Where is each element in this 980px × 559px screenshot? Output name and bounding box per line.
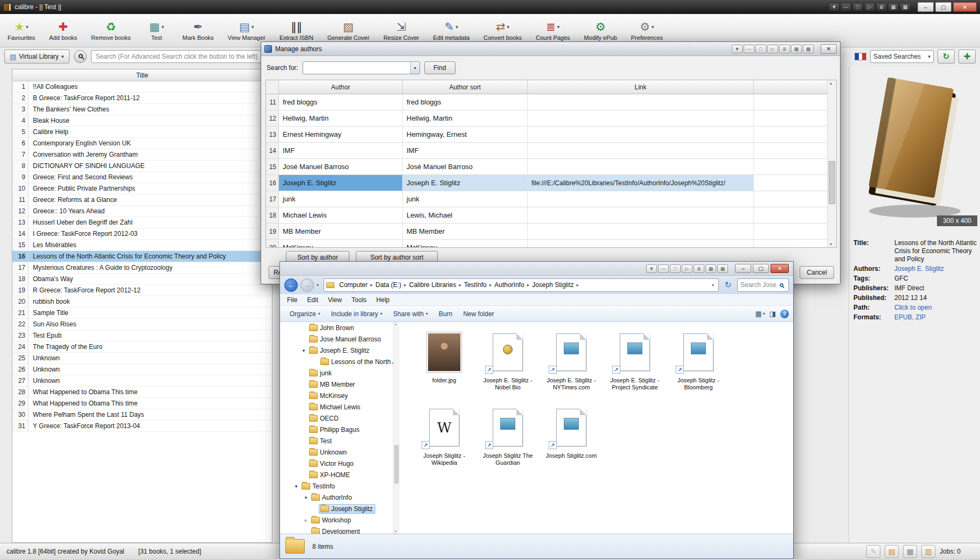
scrollbar-thumb[interactable] (394, 445, 399, 484)
chevron-down-icon[interactable]: ▾ (410, 62, 419, 74)
author-link-cell[interactable] (528, 110, 754, 126)
author-cell[interactable]: MB Member (279, 223, 403, 239)
tree-expander-icon[interactable]: ▾ (302, 495, 310, 500)
menu-item[interactable]: Edit (302, 296, 323, 304)
explorer-maximize-button[interactable]: ▢ (753, 264, 769, 273)
book-row[interactable]: 13 Husserl Ueber den Begriff der Zahl (12, 217, 272, 228)
book-row[interactable]: 23 Test Epub (12, 330, 272, 341)
book-row[interactable]: 21 Sample Title (12, 308, 272, 319)
titlebar-tool-button[interactable]: — (658, 264, 669, 273)
author-row[interactable]: 18 Michael Lewis Lewis, Michael (266, 207, 836, 223)
minimize-button[interactable]: – (918, 2, 934, 12)
help-button[interactable]: ? (780, 310, 789, 318)
menu-item[interactable]: Help (372, 296, 395, 304)
book-row[interactable]: 26 Unknown (12, 364, 272, 375)
virtual-library-button[interactable]: ▤ Virtual Library (4, 50, 69, 64)
titlebar-tool-button[interactable]: ▩ (803, 45, 814, 53)
author-link-cell[interactable] (528, 94, 754, 110)
tree-expander-icon[interactable]: ▾ (300, 348, 307, 353)
breadcrumb-history-chevron-icon[interactable]: ▾ (710, 283, 716, 288)
menu-item[interactable]: View (323, 296, 347, 304)
file-tile[interactable]: ↗ Joseph Stiglitz.com (541, 405, 601, 478)
author-cell[interactable]: Ernest Hemingway (279, 127, 403, 142)
book-row[interactable]: 10 Greece: Public Private Partnerships (12, 183, 272, 194)
link-column-header[interactable]: Link (528, 80, 754, 94)
tree-item[interactable]: OECD (280, 413, 400, 424)
book-row[interactable]: 9 Greece: First and Second Reviews (12, 172, 272, 183)
tree-item[interactable]: Jose Manuel Barroso (280, 333, 400, 345)
file-tile[interactable]: ↗ Joseph Stiglitz - Bloomberg (668, 330, 729, 403)
dialog-close-button[interactable]: ✕ (821, 44, 837, 54)
author-link-cell[interactable] (528, 207, 754, 223)
change-view-button[interactable]: ▦ (755, 310, 765, 318)
toolbar-button[interactable]: ▨ ▾ Generate Cover (324, 18, 373, 43)
titlebar-tool-button[interactable]: □ (852, 3, 863, 11)
book-row[interactable]: 18 Obama's Way (12, 274, 272, 285)
author-search-input[interactable] (303, 62, 410, 74)
breadcrumb-segment[interactable]: TestInfo (462, 281, 489, 289)
command-bar-item[interactable]: Share with ▾ (388, 308, 433, 320)
titlebar-tool-button[interactable]: ▩ (900, 3, 911, 11)
tree-item[interactable]: Michael Lewis (280, 401, 400, 413)
toolbar-button[interactable]: ✎ ▾ Edit metadata (430, 18, 473, 43)
metadata-value[interactable]: Joseph E. Stiglitz (894, 265, 944, 273)
find-button[interactable]: Find (424, 61, 456, 74)
toolbar-button[interactable]: ⚙ ▾ Modify ePub (581, 18, 620, 43)
titlebar-tool-button[interactable]: ▼ (732, 45, 743, 53)
book-row[interactable]: 25 Unknown (12, 353, 272, 364)
metadata-value[interactable]: Lessons of the North Atlantic Crisis for… (894, 239, 978, 263)
layout-toggle-button[interactable]: ▦ (903, 545, 917, 558)
toolbar-button[interactable]: ✚ ▾ Add books (46, 18, 80, 43)
author-row[interactable]: 17 junk junk (266, 191, 836, 207)
titlebar-tool-button[interactable]: ▷ (864, 3, 875, 11)
author-sort-cell[interactable]: Joseph E. Stiglitz (403, 175, 528, 191)
jobs-indicator[interactable]: Jobs: 0 (940, 548, 961, 555)
titlebar-tool-button[interactable]: ▷ (767, 45, 778, 53)
titlebar-tool-button[interactable]: ▼ (646, 264, 657, 273)
author-cell[interactable]: fred bloggs (279, 94, 403, 110)
author-cell[interactable]: Michael Lewis (279, 207, 403, 223)
book-row[interactable]: 20 rubbish book (12, 296, 272, 308)
author-sort-cell[interactable]: Hemingway, Ernest (403, 127, 528, 142)
file-tile[interactable]: ↗ folder.jpg (414, 330, 474, 403)
author-row[interactable]: 14 IMF IMF (266, 143, 836, 159)
titlebar-tool-button[interactable]: ≣ (876, 3, 887, 11)
titlebar-tool-button[interactable]: ▷ (682, 264, 692, 273)
book-row[interactable]: 31 Y Greece: TaskForce Report 2013-04 (12, 421, 272, 432)
title-column-header[interactable]: Title (12, 69, 272, 81)
author-cell[interactable]: José Manuel Barroso (279, 159, 403, 174)
book-row[interactable]: 17 Mysterious Creatures : A Guide to Cry… (12, 262, 272, 274)
author-sort-cell[interactable]: José Manuel Barroso (403, 159, 528, 174)
command-bar-item[interactable]: New folder ▾ (458, 308, 499, 320)
tree-item[interactable]: MB Member (280, 379, 400, 390)
file-tile[interactable]: ↗ Joseph Stiglitz The Guardian (478, 405, 538, 478)
toolbar-button[interactable]: ≣ ▾ Count Pages (533, 18, 573, 43)
book-row[interactable]: 3 The Bankers' New Clothes (12, 104, 272, 115)
book-row[interactable]: 5 Calibre Help (12, 127, 272, 138)
author-link-cell[interactable] (528, 223, 754, 239)
book-row[interactable]: 16 Lessons of the North Atlantic Crisis … (12, 251, 272, 262)
author-link-cell[interactable] (528, 127, 754, 142)
tree-item[interactable]: Development (280, 526, 400, 534)
toolbar-button[interactable]: ★ ▾ Favourites (4, 18, 38, 43)
refresh-saved-search-button[interactable]: ↻ (937, 50, 955, 64)
book-row[interactable]: 19 R Greece: TaskForce Report 2012-12 (12, 285, 272, 296)
layout-toggle-button[interactable]: ▥ (921, 545, 935, 558)
flag-icon[interactable] (855, 53, 866, 60)
tree-item[interactable]: Unknown (280, 446, 400, 458)
author-link-cell[interactable] (528, 240, 754, 248)
breadcrumb-segment[interactable]: Joseph Stiglitz (530, 281, 576, 289)
toolbar-button[interactable]: ✒ ▾ Mark Books (179, 18, 217, 43)
layout-toggle-button[interactable]: ✎ (866, 545, 880, 558)
titlebar-tool-button[interactable]: ▦ (888, 3, 899, 11)
author-row[interactable]: 13 Ernest Hemingway Hemingway, Ernest (266, 127, 836, 143)
author-cell[interactable]: McKinsey (279, 240, 403, 248)
tree-item[interactable]: ▾ Joseph E. Stiglitz (280, 345, 400, 356)
author-row[interactable]: 15 José Manuel Barroso José Manuel Barro… (266, 159, 836, 175)
tree-expander-icon[interactable]: ▾ (292, 484, 300, 489)
author-sort-cell[interactable]: fred bloggs (403, 94, 528, 110)
titlebar-tool-button[interactable]: ▦ (791, 45, 802, 53)
tree-scrollbar[interactable] (393, 322, 400, 534)
titlebar-tool-button[interactable]: ▦ (705, 264, 716, 273)
book-row[interactable]: 14 I Greece: TaskForce Report 2012-03 (12, 228, 272, 240)
